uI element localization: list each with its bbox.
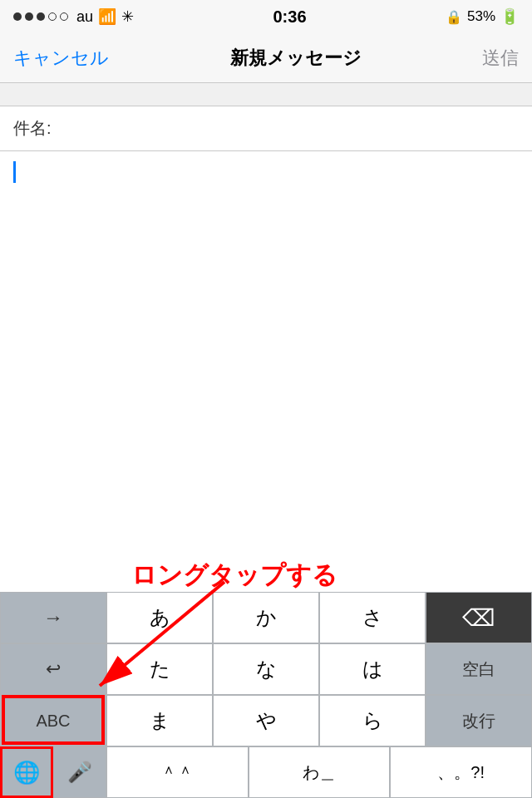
subject-input[interactable] — [58, 119, 519, 138]
annotation-text: ロングタップする — [131, 559, 337, 593]
lock-icon: 🔒 — [446, 9, 462, 25]
keyboard-row-3: ABC ま や ら 改行 — [0, 695, 532, 746]
to-field — [0, 83, 532, 106]
message-body[interactable] — [0, 151, 532, 334]
key-backspace[interactable]: ⌫ — [426, 592, 532, 643]
key-space[interactable]: 空白 — [426, 643, 532, 695]
activity-icon: ✳ — [121, 7, 134, 26]
dot1 — [13, 12, 22, 21]
key-na[interactable]: な — [213, 643, 319, 695]
keyboard-row-2: ↩ た な は 空白 — [0, 643, 532, 695]
subject-field[interactable]: 件名: — [0, 106, 532, 151]
text-cursor — [13, 161, 16, 183]
key-globe[interactable]: 🌐 — [0, 746, 53, 798]
dot4 — [48, 12, 57, 21]
key-mic[interactable]: 🎤 — [53, 746, 106, 798]
key-ma[interactable]: ま — [106, 695, 213, 746]
key-arrow-right[interactable]: → — [0, 592, 106, 643]
key-sa[interactable]: さ — [319, 592, 426, 643]
key-a[interactable]: あ — [106, 592, 213, 643]
key-ya[interactable]: や — [213, 695, 319, 746]
key-ka[interactable]: か — [213, 592, 319, 643]
subject-label: 件名: — [13, 117, 52, 140]
key-ha[interactable]: は — [319, 643, 426, 695]
cancel-button[interactable]: キャンセル — [13, 46, 109, 71]
key-wa[interactable]: わ＿ — [249, 746, 391, 798]
send-button[interactable]: 送信 — [482, 46, 519, 71]
dot5 — [60, 12, 68, 21]
keyboard-row-4: 🌐 🎤 ＾＾ わ＿ 、。?! — [0, 746, 532, 798]
signal-dots — [13, 12, 68, 21]
status-bar: au 📶 ✳ 0:36 🔒 53% 🔋 — [0, 0, 532, 33]
key-return[interactable]: 改行 — [426, 695, 532, 746]
key-ta[interactable]: た — [106, 643, 213, 695]
key-caret[interactable]: ＾＾ — [106, 746, 249, 798]
status-right: 🔒 53% 🔋 — [446, 7, 519, 26]
status-left: au 📶 ✳ — [13, 7, 134, 26]
key-punctuation[interactable]: 、。?! — [390, 746, 532, 798]
wifi-icon: 📶 — [98, 7, 116, 26]
key-undo[interactable]: ↩ — [0, 643, 106, 695]
nav-title: 新規メッセージ — [230, 46, 362, 71]
keyboard: → あ か さ ⌫ ↩ た な は 空白 ABC ま や ら 改行 🌐 🎤 ＾＾… — [0, 592, 532, 798]
time-display: 0:36 — [273, 7, 306, 27]
dot2 — [25, 12, 33, 21]
keyboard-row-1: → あ か さ ⌫ — [0, 592, 532, 643]
dot3 — [37, 12, 45, 21]
carrier-label: au — [76, 8, 93, 26]
key-abc[interactable]: ABC — [0, 695, 106, 746]
battery-icon: 🔋 — [500, 7, 519, 26]
battery-percent: 53% — [467, 8, 495, 25]
nav-bar: キャンセル 新規メッセージ 送信 — [0, 33, 532, 83]
key-ra[interactable]: ら — [319, 695, 426, 746]
